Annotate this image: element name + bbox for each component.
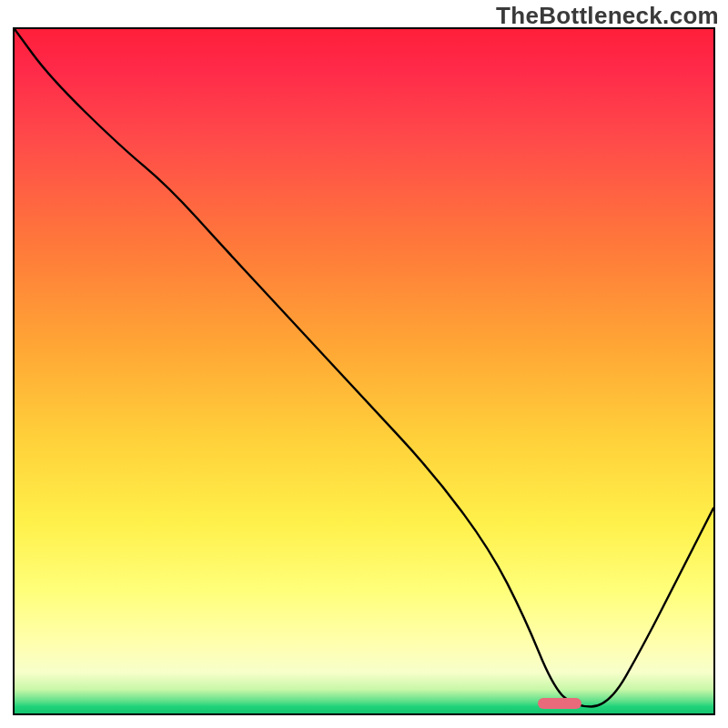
chart-container: TheBottleneck.com — [0, 0, 728, 728]
watermark-text: TheBottleneck.com — [496, 2, 719, 30]
optimal-point-marker — [538, 698, 581, 709]
gradient-background — [15, 29, 713, 713]
plot-area — [13, 27, 715, 715]
